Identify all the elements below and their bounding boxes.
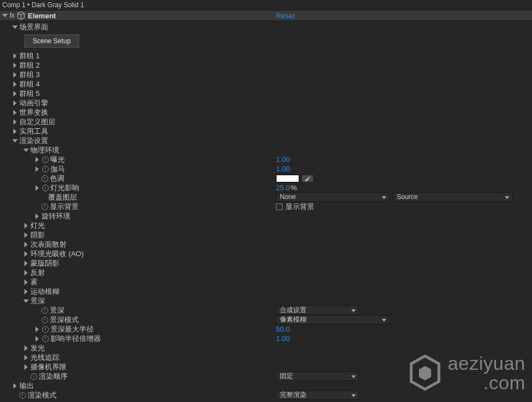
- chevron-right-icon[interactable]: [23, 289, 29, 294]
- stopwatch-icon[interactable]: [19, 391, 26, 399]
- chevron-right-icon[interactable]: [23, 364, 29, 370]
- dof-blur-mode-prop[interactable]: 景深模式 像素模糊: [0, 315, 532, 324]
- override-source-dropdown[interactable]: Source: [393, 192, 513, 202]
- chevron-right-icon[interactable]: [23, 261, 29, 266]
- chevron-right-icon[interactable]: [23, 279, 29, 285]
- reset-link[interactable]: Reset: [276, 12, 295, 20]
- override-layer-prop[interactable]: 覆盖图层 None Source: [0, 192, 532, 202]
- shadows-group[interactable]: 阴影: [0, 230, 532, 240]
- chevron-right-icon[interactable]: [34, 213, 40, 219]
- stopwatch-icon[interactable]: [41, 307, 48, 314]
- stopwatch-icon[interactable]: [41, 203, 48, 210]
- render-mode-prop[interactable]: 渲染模式 完整渲染: [0, 390, 532, 400]
- chevron-right-icon[interactable]: [23, 242, 29, 247]
- eyedropper-icon[interactable]: [301, 175, 314, 182]
- dof-radius-mult-prop[interactable]: 影响半径倍增器 1.00: [0, 334, 532, 343]
- chevron-right-icon[interactable]: [34, 157, 40, 162]
- world-transform-group[interactable]: 世界变换: [0, 108, 532, 117]
- stopwatch-icon[interactable]: [30, 373, 37, 380]
- chevron-right-icon[interactable]: [12, 383, 18, 389]
- chevron-right-icon[interactable]: [12, 129, 18, 134]
- dof-max-radius-value[interactable]: 50.0: [276, 324, 290, 334]
- stopwatch-icon[interactable]: [41, 316, 48, 323]
- group-1[interactable]: 群组 1: [0, 51, 532, 60]
- dof-comp-dropdown[interactable]: 合成设置: [276, 306, 359, 315]
- fog-group[interactable]: 雾: [0, 277, 532, 287]
- animation-engine-group[interactable]: 动画引擎: [0, 98, 532, 108]
- raytrace-group[interactable]: 光线追踪: [0, 353, 532, 362]
- gamma-prop[interactable]: 伽马 1.00: [0, 164, 532, 174]
- show-bg-checkbox[interactable]: [276, 203, 283, 210]
- chevron-right-icon[interactable]: [12, 82, 18, 87]
- chevron-right-icon[interactable]: [12, 72, 18, 78]
- gamma-value[interactable]: 1.00: [276, 164, 290, 174]
- subsurface-group[interactable]: 次表面散射: [0, 240, 532, 249]
- chevron-right-icon[interactable]: [34, 336, 40, 342]
- color-swatch[interactable]: [276, 175, 299, 182]
- chevron-down-icon[interactable]: [23, 298, 29, 304]
- stopwatch-icon[interactable]: [41, 175, 48, 182]
- tint-value[interactable]: [276, 175, 314, 182]
- chevron-right-icon[interactable]: [34, 327, 40, 332]
- dof-group[interactable]: 景深: [0, 296, 532, 306]
- stopwatch-icon[interactable]: [42, 165, 49, 172]
- rotate-env-group[interactable]: 旋转环境: [0, 211, 532, 221]
- show-bg-prop[interactable]: 显示背景 显示背景: [0, 202, 532, 211]
- dof-pixel-dropdown[interactable]: 像素模糊: [276, 315, 390, 324]
- utilities-group[interactable]: 实用工具: [0, 126, 532, 136]
- chevron-down-icon[interactable]: [12, 138, 18, 144]
- chevron-down-icon[interactable]: [12, 24, 18, 30]
- dof-mode-prop[interactable]: 景深 合成设置: [0, 306, 532, 315]
- light-influence-prop[interactable]: 灯光影响 25.0%: [0, 183, 532, 192]
- chevron-right-icon[interactable]: [23, 223, 29, 228]
- reflection-group[interactable]: 反射: [0, 268, 532, 277]
- tint-prop[interactable]: 色调: [0, 174, 532, 183]
- chevron-right-icon[interactable]: [12, 110, 18, 115]
- output-group[interactable]: 输出: [0, 381, 532, 390]
- stopwatch-icon[interactable]: [42, 184, 49, 191]
- chevron-right-icon[interactable]: [23, 355, 29, 360]
- group-5[interactable]: 群组 5: [0, 89, 532, 98]
- chevron-right-icon[interactable]: [34, 185, 40, 191]
- dof-radius-mult-value[interactable]: 1.00: [276, 334, 290, 343]
- chevron-right-icon[interactable]: [23, 232, 29, 238]
- chevron-right-icon[interactable]: [12, 53, 18, 59]
- render-mode-dropdown[interactable]: 完整渲染: [276, 390, 359, 400]
- stopwatch-icon[interactable]: [42, 325, 49, 333]
- motion-blur-group[interactable]: 运动模糊: [0, 287, 532, 296]
- exposure-value[interactable]: 1.00: [276, 155, 290, 164]
- lighting-group[interactable]: 灯光: [0, 221, 532, 230]
- chevron-right-icon[interactable]: [12, 91, 18, 96]
- chevron-right-icon[interactable]: [12, 63, 18, 68]
- chevron-right-icon[interactable]: [23, 345, 29, 351]
- stopwatch-icon[interactable]: [42, 156, 49, 163]
- physical-environment-group[interactable]: 物理环境: [0, 145, 532, 155]
- ao-group[interactable]: 环境光吸收 (AO): [0, 249, 532, 258]
- camera-limits-group[interactable]: 摄像机界限: [0, 362, 532, 372]
- matte-shadow-group[interactable]: 蒙版阴影: [0, 258, 532, 268]
- scene-interface-group[interactable]: 场景界面: [0, 22, 532, 32]
- glow-group[interactable]: 发光: [0, 343, 532, 353]
- chevron-right-icon[interactable]: [12, 100, 18, 106]
- render-order-prop[interactable]: 渲染顺序 固定: [0, 372, 532, 381]
- show-bg-value[interactable]: 显示背景: [276, 202, 314, 211]
- light-influence-value[interactable]: 25.0%: [276, 183, 297, 192]
- chevron-right-icon[interactable]: [34, 166, 40, 172]
- chevron-right-icon[interactable]: [23, 270, 29, 276]
- dof-max-radius-prop[interactable]: 景深最大半径 50.0: [0, 324, 532, 334]
- chevron-right-icon[interactable]: [12, 119, 18, 125]
- custom-layers-group[interactable]: 自定义图层: [0, 117, 532, 126]
- effect-header[interactable]: fx Element Reset: [0, 10, 532, 21]
- stopwatch-icon[interactable]: [42, 335, 49, 342]
- render-settings-group[interactable]: 渲染设置: [0, 136, 532, 145]
- group-3[interactable]: 群组 3: [0, 70, 532, 79]
- chevron-right-icon[interactable]: [23, 251, 29, 257]
- exposure-prop[interactable]: 曝光 1.00: [0, 155, 532, 164]
- render-order-dropdown[interactable]: 固定: [276, 372, 359, 381]
- scene-setup-button[interactable]: Scene Setup: [24, 34, 79, 48]
- group-4[interactable]: 群组 4: [0, 79, 532, 89]
- effect-twisty[interactable]: [2, 13, 8, 18]
- chevron-down-icon[interactable]: [23, 147, 29, 153]
- override-layer-dropdown[interactable]: None: [276, 192, 390, 202]
- group-2[interactable]: 群组 2: [0, 60, 532, 70]
